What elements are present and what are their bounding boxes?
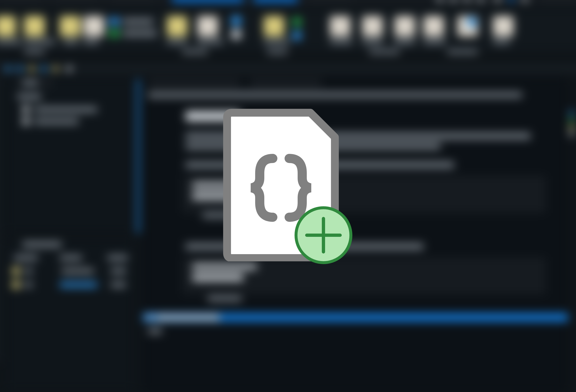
new-code-file-icon xyxy=(219,108,343,261)
add-plus-badge-icon xyxy=(294,206,353,265)
